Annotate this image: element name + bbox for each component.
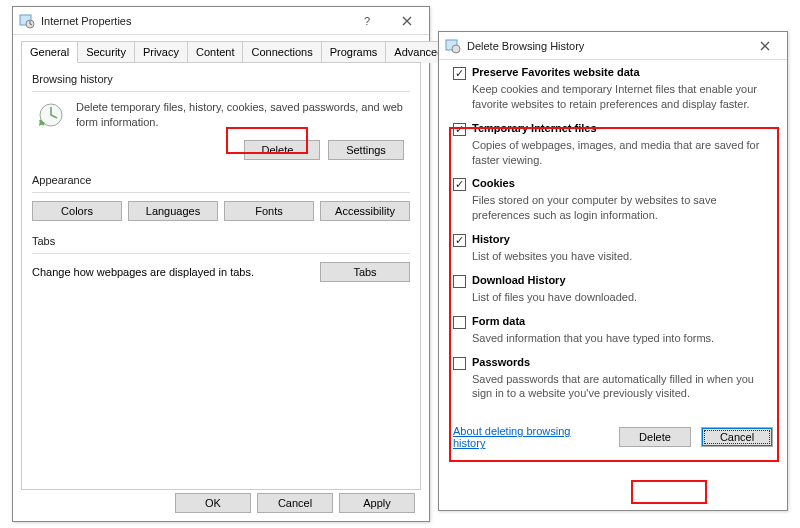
- svg-point-4: [452, 45, 460, 53]
- dbh-body: Preserve Favorites website dataKeep cook…: [439, 60, 787, 421]
- group-label: Tabs: [32, 235, 410, 247]
- group-label: Appearance: [32, 174, 410, 186]
- window-title: Delete Browsing History: [467, 40, 745, 52]
- fonts-button[interactable]: Fonts: [224, 201, 314, 221]
- checkbox-label[interactable]: History: [472, 233, 510, 245]
- tab-panel-general: Browsing history Delete temporary files,…: [21, 62, 421, 490]
- checkbox-label[interactable]: Form data: [472, 315, 525, 327]
- tab-privacy[interactable]: Privacy: [134, 41, 188, 63]
- group-tabs: Tabs Change how webpages are displayed i…: [32, 235, 410, 282]
- checkbox-desc: List of files you have downloaded.: [472, 290, 773, 305]
- tabs-desc: Change how webpages are displayed in tab…: [32, 266, 310, 278]
- checkbox-label[interactable]: Passwords: [472, 356, 530, 368]
- group-appearance: Appearance Colors Languages Fonts Access…: [32, 174, 410, 221]
- checkbox-desc: Copies of webpages, images, and media th…: [472, 138, 773, 168]
- colors-button[interactable]: Colors: [32, 201, 122, 221]
- checkbox-label[interactable]: Cookies: [472, 177, 515, 189]
- checkbox-row: Passwords: [453, 356, 773, 370]
- close-button[interactable]: [745, 33, 785, 59]
- checkbox-desc: Keep cookies and temporary Internet file…: [472, 82, 773, 112]
- checkbox-row: Form data: [453, 315, 773, 329]
- window-title: Internet Properties: [41, 15, 347, 27]
- languages-button[interactable]: Languages: [128, 201, 218, 221]
- group-label: Browsing history: [32, 73, 410, 85]
- tab-security[interactable]: Security: [77, 41, 135, 63]
- checkbox-label[interactable]: Temporary Internet files: [472, 122, 597, 134]
- help-button[interactable]: ?: [347, 8, 387, 34]
- checkbox[interactable]: [453, 234, 466, 247]
- checkbox-row: Cookies: [453, 177, 773, 191]
- checkbox-row: Preserve Favorites website data: [453, 66, 773, 80]
- checkbox[interactable]: [453, 316, 466, 329]
- checkbox-desc: Saved information that you have typed in…: [472, 331, 773, 346]
- settings-button[interactable]: Settings: [328, 140, 404, 160]
- annotation-highlight: [631, 480, 707, 504]
- titlebar: Internet Properties ?: [13, 7, 429, 35]
- checkbox-row: Temporary Internet files: [453, 122, 773, 136]
- checkbox[interactable]: [453, 178, 466, 191]
- checkbox-label[interactable]: Preserve Favorites website data: [472, 66, 640, 78]
- delete-button[interactable]: Delete...: [244, 140, 320, 160]
- checkbox-desc: Saved passwords that are automatically f…: [472, 372, 773, 402]
- tabstrip: General Security Privacy Content Connect…: [13, 35, 429, 63]
- dialog-buttons: OK Cancel Apply: [175, 493, 415, 513]
- close-button[interactable]: [387, 8, 427, 34]
- browsing-history-desc: Delete temporary files, history, cookies…: [76, 100, 410, 130]
- group-browsing-history: Browsing history Delete temporary files,…: [32, 73, 410, 160]
- checkbox-desc: List of websites you have visited.: [472, 249, 773, 264]
- checkbox-row: History: [453, 233, 773, 247]
- internet-properties-window: Internet Properties ? General Security P…: [12, 6, 430, 522]
- checkbox-row: Download History: [453, 274, 773, 288]
- dbh-footer: About deleting browsing history Delete C…: [439, 421, 787, 459]
- tab-general[interactable]: General: [21, 41, 78, 63]
- apply-button[interactable]: Apply: [339, 493, 415, 513]
- delete-browsing-history-window: Delete Browsing History Preserve Favorit…: [438, 31, 788, 511]
- internet-options-icon: [19, 13, 35, 29]
- checkbox-label[interactable]: Download History: [472, 274, 566, 286]
- checkbox[interactable]: [453, 357, 466, 370]
- tab-connections[interactable]: Connections: [242, 41, 321, 63]
- cancel-button[interactable]: Cancel: [257, 493, 333, 513]
- internet-options-icon: [445, 38, 461, 54]
- checkbox-desc: Files stored on your computer by website…: [472, 193, 773, 223]
- checkbox[interactable]: [453, 67, 466, 80]
- ok-button[interactable]: OK: [175, 493, 251, 513]
- titlebar: Delete Browsing History: [439, 32, 787, 60]
- about-link[interactable]: About deleting browsing history: [453, 425, 599, 449]
- cancel-button[interactable]: Cancel: [701, 427, 773, 447]
- tab-content[interactable]: Content: [187, 41, 244, 63]
- delete-confirm-button[interactable]: Delete: [619, 427, 691, 447]
- history-clock-icon: [36, 100, 66, 130]
- tab-programs[interactable]: Programs: [321, 41, 387, 63]
- tabs-button[interactable]: Tabs: [320, 262, 410, 282]
- accessibility-button[interactable]: Accessibility: [320, 201, 410, 221]
- checkbox[interactable]: [453, 123, 466, 136]
- checkbox[interactable]: [453, 275, 466, 288]
